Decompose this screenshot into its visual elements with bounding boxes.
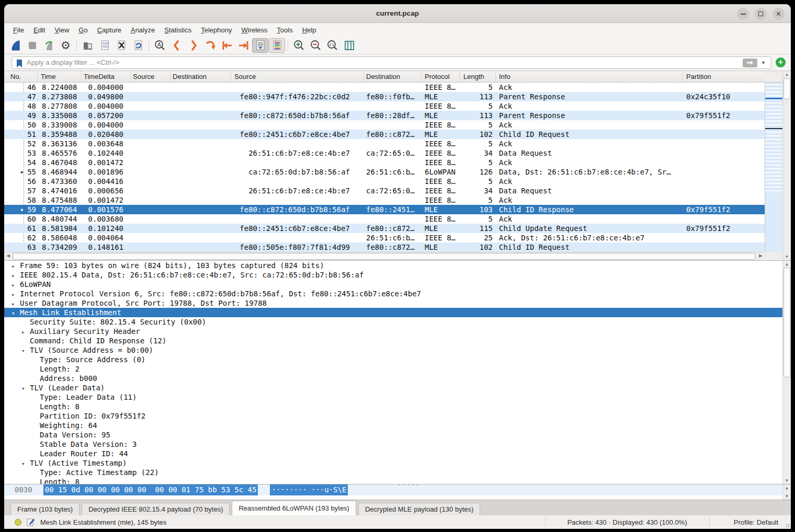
menu-edit[interactable]: Edit <box>29 25 50 36</box>
col-header-partition[interactable]: Partition <box>683 71 765 82</box>
capture-comment-icon[interactable] <box>27 518 35 526</box>
detail-tree-line[interactable]: Partition ID: 0x79f551f2 <box>4 411 782 421</box>
add-filter-button[interactable]: + <box>776 57 786 67</box>
minimize-button[interactable] <box>737 8 749 20</box>
auto-scroll-button[interactable] <box>252 38 268 53</box>
detail-tree-line[interactable]: ▸User Datagram Protocol, Src Port: 19788… <box>4 298 782 308</box>
detail-tree-line[interactable]: Data Version: 95 <box>4 430 782 440</box>
detail-scroll-thumb[interactable] <box>783 268 790 377</box>
scroll-up-icon[interactable]: ▲ <box>783 485 791 490</box>
zoom-original-button[interactable]: 1:1 <box>324 38 340 53</box>
detail-tree-line[interactable]: Type: Leader Data (11) <box>4 392 782 402</box>
packet-row[interactable]: 52 8.363136 0.003648 IEEE 8… 5 Ack <box>4 139 765 148</box>
expander-icon[interactable]: ▸ <box>12 281 20 289</box>
scroll-down-icon[interactable]: ▼ <box>783 494 791 499</box>
filter-bookmark-icon[interactable] <box>16 59 23 68</box>
packet-row[interactable]: 55 8.468944 0.001896 ca:72:65:0d:b7:b8:5… <box>4 167 765 177</box>
go-first-packet-button[interactable] <box>219 38 235 53</box>
packet-row[interactable]: 47 8.273808 0.049800 fe80::947f:f476:22b… <box>4 92 765 101</box>
data-source-tab[interactable]: Reassembled 6LoWPAN (193 bytes) <box>232 501 356 515</box>
col-header-length[interactable]: Length <box>460 71 496 82</box>
stop-capture-button[interactable] <box>24 38 40 53</box>
col-header-protocol[interactable]: Protocol <box>422 71 460 82</box>
status-profile[interactable]: Profile: Default <box>710 518 791 526</box>
find-packet-button[interactable]: A <box>152 38 168 53</box>
detail-tree-line[interactable]: ▾TLV (Leader Data) <box>4 383 782 392</box>
capture-options-button[interactable]: ⚙ <box>58 38 74 53</box>
resize-grip[interactable] <box>786 524 790 528</box>
packet-row[interactable]: 56 8.473360 0.004416 IEEE 8… 5 Ack <box>4 177 765 186</box>
detail-tree-line[interactable]: Security Suite: 802.15.4 Security (0x00) <box>4 317 782 327</box>
maximize-button[interactable] <box>755 8 767 20</box>
packet-row[interactable]: 53 8.465576 0.102440 26:51:c6:b7:e8:ce:4… <box>4 148 765 158</box>
detail-tree-line[interactable]: ▸Auxiliary Security Header <box>4 327 782 336</box>
expander-icon[interactable]: ▾ <box>12 309 20 317</box>
detail-tree-line[interactable]: Type: Source Address (0) <box>4 355 782 364</box>
detail-tree-line[interactable]: Type: Active Timestamp (22) <box>4 468 782 477</box>
expander-icon[interactable]: ▸ <box>12 262 20 270</box>
scroll-right-icon[interactable]: ▶ <box>759 253 763 258</box>
detail-vscrollbar[interactable]: ▲ ▼ <box>782 261 791 484</box>
detail-tree-line[interactable]: Weighting: 64 <box>4 421 782 430</box>
menu-tools[interactable]: Tools <box>272 25 297 36</box>
go-forward-button[interactable] <box>185 38 201 53</box>
packet-row[interactable]: 54 8.467048 0.001472 IEEE 8… 5 Ack <box>4 158 765 167</box>
scroll-up-icon[interactable]: ▲ <box>783 262 791 267</box>
scroll-left-icon[interactable]: ◀ <box>6 253 10 258</box>
col-header-source2[interactable]: Source <box>231 71 364 82</box>
save-file-button[interactable]: 01010011 <box>96 38 112 53</box>
data-source-tab[interactable]: Decrypted MLE payload (130 bytes) <box>358 503 480 515</box>
packet-row[interactable]: 62 8.586048 0.004064 26:51:c6:b… IEEE 8…… <box>4 233 765 242</box>
expander-icon[interactable]: ▸ <box>12 271 20 280</box>
detail-tree-line[interactable]: ▾TLV (Active Timestamp) <box>4 458 782 468</box>
detail-tree-line[interactable]: Length: 8 <box>4 477 782 484</box>
col-header-time[interactable]: Time <box>38 71 82 82</box>
col-header-timedelta[interactable]: TimeDelta <box>82 71 131 82</box>
close-button[interactable]: ✕ <box>773 8 785 20</box>
reload-file-button[interactable] <box>130 38 146 53</box>
pane-splitter-handle[interactable]: ····· <box>398 482 420 489</box>
packet-row[interactable]: 50 8.339008 0.004000 IEEE 8… 5 Ack <box>4 120 765 130</box>
resize-columns-button[interactable] <box>341 38 357 53</box>
intelligent-scrollbar-minimap[interactable] <box>765 83 782 252</box>
detail-tree-line[interactable]: Command: Child ID Response (12) <box>4 336 782 345</box>
detail-tree-line[interactable]: ▸IEEE 802.15.4 Data, Dst: 26:51:c6:b7:e8… <box>4 270 782 280</box>
expert-info-icon[interactable] <box>15 519 21 526</box>
detail-tree-line[interactable]: ▸Frame 59: 103 bytes on wire (824 bits),… <box>4 261 782 270</box>
hex-line[interactable]: 0030 00 15 0d 00 00 00 00 0000 00 01 75 … <box>4 484 782 495</box>
open-file-button[interactable] <box>80 38 96 53</box>
menu-view[interactable]: View <box>50 25 74 36</box>
menu-file[interactable]: File <box>8 25 29 36</box>
menu-statistics[interactable]: Statistics <box>160 25 196 36</box>
expander-icon[interactable]: ▾ <box>21 346 30 355</box>
data-source-tab[interactable]: Frame (103 bytes) <box>10 503 80 515</box>
close-file-button[interactable] <box>113 38 129 53</box>
expander-icon[interactable]: ▾ <box>21 459 30 468</box>
detail-tree-line[interactable]: ▾Mesh Link Establishment <box>4 308 782 317</box>
packet-row[interactable]: 60 8.480744 0.003680 IEEE 8… 5 Ack <box>4 214 765 224</box>
scroll-down-icon[interactable]: ▼ <box>783 255 791 259</box>
detail-tree-line[interactable]: ▸6LoWPAN <box>4 280 782 289</box>
colorize-button[interactable] <box>269 38 285 53</box>
packet-row[interactable]: 58 8.475488 0.001472 IEEE 8… 5 Ack <box>4 195 765 205</box>
menu-capture[interactable]: Capture <box>93 25 126 36</box>
zoom-out-button[interactable] <box>308 38 324 53</box>
detail-tree-line[interactable]: ▸Internet Protocol Version 6, Src: fe80:… <box>4 289 782 298</box>
col-header-no[interactable]: No. <box>4 71 38 82</box>
scroll-up-icon[interactable]: ▲ <box>783 72 791 77</box>
start-capture-button[interactable] <box>7 38 24 53</box>
col-header-info[interactable]: Info <box>496 71 683 82</box>
display-filter-input[interactable] <box>27 57 740 68</box>
titlebar[interactable]: current.pcap ✕ <box>4 4 791 23</box>
packet-row[interactable]: 51 8.359488 0.020480 fe80::2451:c6b7:e8c… <box>4 130 765 139</box>
expander-icon[interactable]: ▸ <box>12 299 20 308</box>
data-source-tab[interactable]: Decrypted IEEE 802.15.4 payload (70 byte… <box>82 503 230 515</box>
packet-row[interactable]: 48 8.277808 0.004000 IEEE 8… 5 Ack <box>4 101 765 111</box>
scroll-down-icon[interactable]: ▼ <box>783 478 791 483</box>
go-back-button[interactable] <box>168 38 185 53</box>
menu-go[interactable]: Go <box>74 25 92 36</box>
menu-telephony[interactable]: Telephony <box>196 25 236 36</box>
vscroll-thumb[interactable] <box>783 78 790 99</box>
menu-help[interactable]: Help <box>298 25 321 36</box>
packet-row[interactable]: 63 8.734209 0.148161 fe80::505e:f807:7f8… <box>4 242 765 252</box>
